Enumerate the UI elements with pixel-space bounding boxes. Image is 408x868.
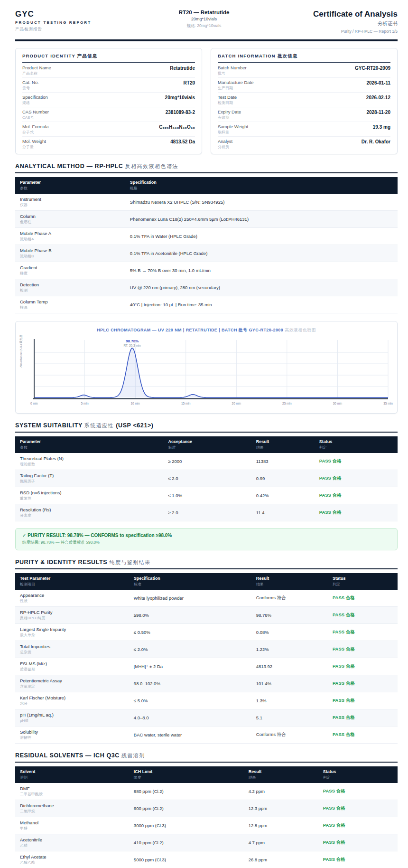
identity-label-cn: CAS号	[22, 115, 49, 120]
table-row: Column Temp 柱温 40°C | Injection: 10 µL |…	[15, 296, 398, 313]
identity-label-en: Mol. Weight	[22, 139, 46, 144]
identity-row: Specification 规格 20mg*10vials	[22, 92, 195, 107]
table-row: RP-HPLC Purity 反相HPLC纯度 ≥98.0% 98.78% PA…	[15, 607, 398, 624]
identity-label-cn: 分子量	[22, 144, 46, 150]
identity-value: RT20	[184, 80, 195, 85]
residual-solvents-heading: RESIDUAL SOLVENTS — ICH Q3C 残留溶剂	[15, 752, 398, 763]
main-peak-annotation: 98.78% RT: 20.3 min	[124, 339, 141, 347]
specification-cell: 5% B → 70% B over 30 min, 1.0 mL/min	[130, 262, 398, 279]
batch-row: Manufacture Date 生产日期 2026-01-11	[218, 77, 390, 92]
chromatogram-plot-area: Absorbance (A.U.) 吸光度 98.78% RT: 20.3 mi…	[23, 338, 390, 409]
product-spec-cn: 规格: 20mg*10vials	[124, 23, 284, 29]
acceptance-cell: ≤ 1.0%	[168, 487, 256, 504]
table-row: Acetonitrile 乙腈 410 ppm (Cl.2) 4.7 ppm P…	[15, 834, 398, 851]
column-header: Status 判定	[319, 436, 398, 453]
batch-label: Expiry Date 有效期	[218, 109, 241, 120]
batch-label: Sample Weight 取样量	[218, 124, 248, 135]
result-cell: 0.42%	[256, 487, 319, 504]
status-badge: PASS 合格	[333, 624, 398, 641]
batch-label-cn: 生产日期	[218, 85, 254, 91]
product-title: RT20 — Retatrutide	[124, 9, 284, 15]
specification-cell: ≥98.0%	[134, 607, 256, 623]
purity-results-section: PURITY & IDENTITY RESULTS 纯度与鉴别结果 Test P…	[15, 559, 398, 744]
purity-results-table: Test Parameter 检测项目 Specification 标准 Res…	[15, 573, 398, 744]
header-divider-bar	[15, 39, 398, 41]
table-row: Solubility 溶解性 BAC water, sterile water …	[15, 726, 398, 744]
product-identity-card: PRODUCT IDENTITY 产品信息 Product Name 产品名称 …	[15, 48, 202, 154]
result-cell: 0.08%	[256, 624, 333, 641]
batch-label-en: Sample Weight	[218, 124, 248, 129]
column-header: Solvent 溶剂	[15, 766, 134, 783]
header-product-block: RT20 — Retatrutide 20mg*10vials 规格: 20mg…	[124, 9, 284, 29]
status-badge: PASS 合格	[323, 851, 398, 868]
identity-label-cn: 货号	[22, 85, 39, 91]
specification-cell: ≤ 5.0%	[134, 692, 256, 709]
parameter-cell: Largest Single Impurity 最大单杂	[15, 624, 134, 641]
peak-retention-time: RT: 20.3 min	[124, 344, 141, 347]
identity-row: Mol. Weight 分子量 4813.52 Da	[22, 136, 195, 151]
batch-value: 2026-01-11	[366, 80, 390, 85]
specification-cell: 0.1% TFA in Water (HPLC Grade)	[130, 228, 398, 245]
coa-page: GYC PRODUCT TESTING REPORT 产品检测报告 RT20 —…	[0, 0, 408, 868]
status-badge: PASS 合格	[319, 470, 398, 487]
batch-label-en: Manufacture Date	[218, 80, 254, 85]
solvent-cell: Dichloromethane 二氯甲烷	[15, 800, 134, 817]
parameter-cell: Gradient 梯度	[15, 262, 130, 279]
result-cell: 26.8 ppm	[249, 851, 323, 868]
identity-value: C₂₂₅H₃₄₈N₄₈O₆₈	[159, 124, 195, 130]
batch-label: Analyst 分析员	[218, 139, 232, 150]
identity-label-en: Mol. Formula	[22, 124, 48, 129]
parameter-cell: Column Temp 柱温	[15, 296, 130, 313]
result-cell: 1.22%	[256, 641, 333, 658]
analytical-method-heading-cn: 反相高效液相色谱法	[125, 163, 178, 169]
table-row: Column 色谱柱 Phenomenex Luna C18(2) 250×4.…	[15, 211, 398, 228]
identity-label: CAS Number CAS号	[22, 109, 49, 120]
limit-cell: 3000 ppm (Cl.3)	[134, 817, 249, 834]
limit-cell: 5000 ppm (Cl.3)	[134, 851, 249, 868]
header-brand-block: GYC PRODUCT TESTING REPORT 产品检测报告	[15, 9, 124, 32]
status-badge: PASS 合格	[323, 800, 398, 817]
batch-label-en: Test Date	[218, 94, 237, 100]
table-header-row: Test Parameter 检测项目 Specification 标准 Res…	[15, 573, 398, 590]
specification-cell: 0.1% TFA in Acetonitrile (HPLC Grade)	[130, 245, 398, 262]
column-header: Specification 标准	[134, 573, 256, 590]
brand-name: GYC	[15, 9, 124, 19]
identity-value: Retatrutide	[170, 65, 195, 71]
status-badge: PASS 合格	[333, 641, 398, 658]
identity-row: Product Name 产品名称 Retatrutide	[22, 63, 195, 77]
product-spec: 20mg*10vials	[124, 17, 284, 21]
purity-results-heading: PURITY & IDENTITY RESULTS 纯度与鉴别结果	[15, 559, 398, 569]
identity-label-en: Cat. No.	[22, 80, 39, 85]
product-identity-title: PRODUCT IDENTITY 产品信息	[22, 53, 195, 63]
result-cell: 12.3 ppm	[249, 800, 323, 817]
identity-label: Product Name 产品名称	[22, 65, 51, 76]
report-type-label: PRODUCT TESTING REPORT	[15, 20, 124, 25]
table-row: Ethyl Acetate 乙酸乙酯 5000 ppm (Cl.3) 26.8 …	[15, 851, 398, 868]
x-axis-tick-label: 0 min	[30, 402, 38, 405]
parameter-cell: Mobile Phase A 流动相A	[15, 228, 130, 245]
batch-value: 2028-11-20	[366, 109, 390, 115]
solvent-cell: Acetonitrile 乙腈	[15, 834, 134, 851]
result-cell: 5.1	[256, 709, 333, 726]
parameter-cell: pH (1mg/mL aq.) pH值	[15, 709, 134, 726]
parameter-cell: Tailing Factor (T) 拖尾因子	[15, 470, 168, 487]
column-header: Status 判定	[323, 766, 398, 783]
table-row: Potentiometric Assay 含量测定 98.0–102.0% 10…	[15, 675, 398, 692]
batch-row: Batch Number 批号 GYC-RT20-2009	[218, 63, 390, 77]
specification-cell: UV @ 220 nm (primary), 280 nm (secondary…	[130, 279, 398, 296]
parameter-cell: Column 色谱柱	[15, 211, 130, 227]
report-type-label-cn: 产品检测报告	[15, 27, 124, 32]
identity-label: Cat. No. 货号	[22, 80, 39, 91]
batch-information-title: BATCH INFORMATION 批次信息	[218, 53, 390, 63]
purity-result-banner: ✓ PURITY RESULT: 98.78% — CONFORMS to sp…	[15, 528, 398, 550]
analytical-method-heading-en: ANALYTICAL METHOD — RP-HPLC	[15, 163, 123, 170]
acceptance-cell: ≥ 2.0	[168, 504, 256, 521]
identity-label-cn: 分子式	[22, 130, 48, 135]
specification-cell: Phenomenex Luna C18(2) 250×4.6mm 5µm (Lo…	[130, 211, 398, 227]
parameter-cell: Karl Fischer (Moisture) 水分	[15, 692, 134, 709]
identity-label-cn: 产品名称	[22, 71, 51, 76]
solvent-cell: Ethyl Acetate 乙酸乙酯	[15, 851, 134, 868]
parameter-cell: Detection 检测	[15, 279, 130, 296]
table-row: Detection 检测 UV @ 220 nm (primary), 280 …	[15, 279, 398, 296]
column-header: ICH Limit 限度	[134, 766, 249, 783]
